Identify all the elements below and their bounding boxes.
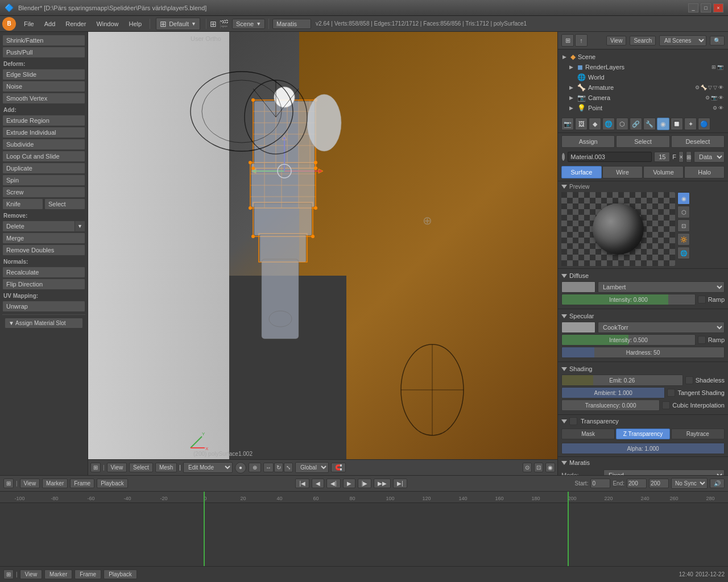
remove-doubles-button[interactable]: Remove Doubles [2,244,85,256]
status-view-btn[interactable]: View [20,569,43,579]
menu-render[interactable]: Render [61,19,90,28]
layout-icon[interactable]: ⊞ [210,19,217,28]
vp-pivot-btn[interactable]: ⊕ [249,463,261,472]
status-icon[interactable]: ⊞ [3,569,14,579]
tl-step-back[interactable]: ◀| [326,479,341,488]
tl-marker-btn[interactable]: Marker [42,479,68,488]
scene-dropdown[interactable]: Scene ▼ [232,19,265,29]
mat-icon-particles[interactable]: ✦ [684,118,697,130]
recalculate-button[interactable]: Recalculate [2,267,85,278]
transparency-header[interactable]: Transparency [558,414,728,427]
blender-logo[interactable]: B [2,17,16,31]
maximize-button[interactable]: □ [701,3,711,13]
ambient-slider[interactable]: Ambient: 1.000 [561,387,665,398]
surface-tab[interactable]: Surface [561,166,602,178]
timeline-content[interactable] [0,503,728,566]
vp-mode-select[interactable]: Edit Mode Object Mode [183,462,233,473]
preview-btn-4[interactable]: 🔆 [677,233,690,246]
menu-window[interactable]: Window [92,19,123,28]
subdivide-button[interactable]: Subdivide [2,139,85,150]
diffuse-color-box[interactable] [561,281,595,293]
tl-icon-btn[interactable]: ⊞ [3,479,14,488]
delete-button[interactable]: Delete [2,221,75,232]
material-x-button[interactable]: × [679,151,684,163]
unwrap-button[interactable]: Unwrap [2,301,85,312]
delete-arrow[interactable]: ▼ [75,221,85,232]
translucency-slider[interactable]: Translucency: 0.000 [561,400,660,411]
vp-icon-extra1[interactable]: ⊙ [523,463,532,472]
z-transparency-tab[interactable]: Z Transparency [616,429,669,439]
vp-select-btn[interactable]: Select [129,463,153,472]
screw-button[interactable]: Screw [2,186,85,198]
halo-tab[interactable]: Halo [684,166,725,178]
vp-transform-select[interactable]: Global Local [295,462,329,473]
tree-item-scene[interactable]: ▶ ◆ Scene [560,52,726,62]
mat-icon-modifier[interactable]: 🔧 [643,118,656,130]
tree-item-camera[interactable]: ▶ 📷 Camera ⚙ 📷 👁 [567,93,726,103]
merge-button[interactable]: Merge [2,232,85,244]
mat-icon-texture[interactable]: 🔲 [671,118,683,130]
tl-view-btn[interactable]: View [20,479,40,488]
edge-slide-button[interactable]: Edge Slide [2,69,85,80]
tl-audio-btn[interactable]: 🔊 [710,479,725,488]
vp-magnet-btn[interactable]: 🧲 [331,463,346,472]
tl-frame-btn[interactable]: Frame [70,479,94,488]
vp-icon-rotate[interactable]: ↻ [274,463,283,472]
shrink-fatten-button[interactable]: Shrink/Fatten [2,35,85,46]
specular-color-box[interactable] [561,322,595,333]
hardness-slider[interactable]: Hardness: 50 [561,347,725,358]
deselect-button[interactable]: Deselect [671,135,725,148]
maratis-header[interactable]: Maratis [558,456,728,468]
minimize-button[interactable]: _ [688,3,698,13]
data-dropdown[interactable]: Data [694,151,725,163]
wire-tab[interactable]: Wire [602,166,643,178]
preview-btn-1[interactable]: ◉ [677,192,690,205]
extrude-individual-button[interactable]: Extrude Individual [2,127,85,138]
menu-help[interactable]: Help [125,19,147,28]
rp-scene-select[interactable]: All Scenes [659,35,706,46]
vp-view-btn[interactable]: View [107,463,127,472]
tl-step-fwd[interactable]: |▶ [358,479,372,488]
flip-direction-button[interactable]: Flip Direction [2,278,85,290]
specular-header[interactable]: Specular [561,311,725,321]
material-name-input[interactable] [568,152,652,162]
mat-icon-render[interactable]: 🖼 [575,118,588,130]
mat-icon-camera[interactable]: 📷 [561,118,574,130]
status-frame-btn[interactable]: Frame [75,569,101,579]
material-copy-button[interactable]: ⊞ [686,151,692,163]
rp-search-btn[interactable]: Search [630,36,656,45]
smooth-vertex-button[interactable]: Smooth Vertex [2,93,85,104]
assign-material-slot-button[interactable]: ▼ Assign Material Slot [5,318,83,329]
pt-eye[interactable]: 👁 [718,105,723,111]
volume-tab[interactable]: Volume [643,166,684,178]
specular-ramp-checkbox[interactable]: Ramp [698,336,725,344]
duplicate-button[interactable]: Duplicate [2,163,85,174]
vp-icon-scale[interactable]: ⤡ [284,463,293,472]
material-number-input[interactable] [654,152,670,162]
noise-button[interactable]: Noise [2,81,85,92]
tl-start-input[interactable] [590,479,610,488]
vp-draw-circle[interactable]: ● [235,462,246,473]
vp-mesh-btn[interactable]: Mesh [155,463,177,472]
specular-shader-select[interactable]: CookTorr [598,322,725,333]
alpha-slider[interactable]: Alpha: 1.000 [561,443,725,454]
tl-end-input[interactable] [627,479,647,488]
tl-jump-start[interactable]: |◀ [295,479,309,488]
cam-eye[interactable]: 👁 [718,95,723,101]
diffuse-shader-select[interactable]: Lambert [598,281,725,293]
tl-playback-btn[interactable]: Playback [97,479,128,488]
push-pull-button[interactable]: Push/Pull [2,47,85,58]
spin-button[interactable]: Spin [2,174,85,186]
menu-file[interactable]: File [19,19,39,28]
cubic-checkbox[interactable]: Cubic Interpolation [662,401,725,409]
loop-cut-button[interactable]: Loop Cut and Slide [2,151,85,162]
preview-btn-5[interactable]: 🌐 [677,247,690,259]
mat-icon-world2[interactable]: 🌐 [602,118,615,130]
extrude-region-button[interactable]: Extrude Region [2,115,85,126]
tree-item-point[interactable]: ▶ 💡 Point ⚙ 👁 [567,103,726,113]
tree-item-armature[interactable]: ▶ 🦴 Armature ⚙ 🦴 ▽ ▽ 👁 [567,82,726,93]
specular-intensity-slider[interactable]: Intensity: 0.500 [561,334,696,346]
tl-play[interactable]: ▶ [343,479,355,488]
mat-icon-material[interactable]: ◉ [657,118,669,130]
knife-select-button[interactable]: Select [44,198,85,210]
